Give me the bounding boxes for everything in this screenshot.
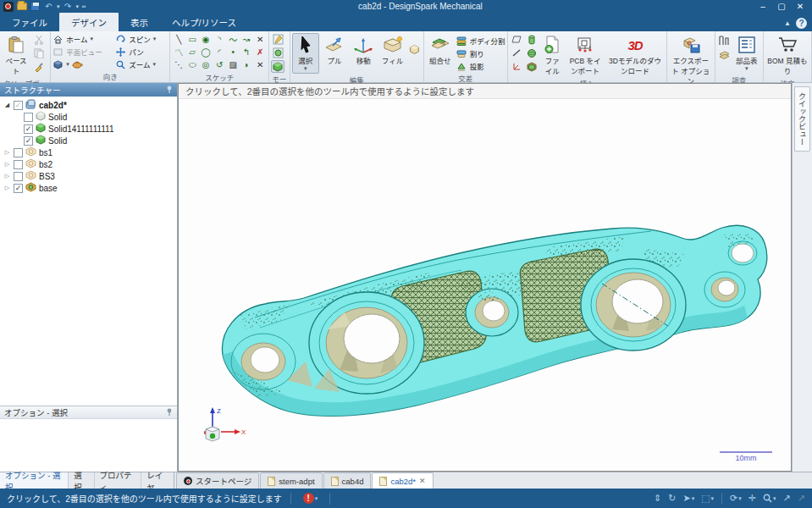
quick-view-tab[interactable]: クイックビュー: [794, 86, 810, 152]
previous-view-icon[interactable]: ↗: [798, 493, 805, 504]
sketch-construction-icon[interactable]: ⋱: [172, 58, 185, 71]
box-select-tool-icon[interactable]: ⬚▾: [701, 493, 714, 504]
checkbox[interactable]: [14, 172, 23, 181]
pin-icon[interactable]: [166, 86, 173, 95]
app-icon[interactable]: [3, 2, 14, 12]
expander-icon[interactable]: ▷: [3, 173, 11, 179]
insert-axis-icon[interactable]: [510, 47, 523, 59]
insert-shell-icon[interactable]: [525, 60, 539, 73]
checkbox[interactable]: [24, 113, 33, 122]
format-painter-icon[interactable]: [32, 60, 46, 73]
insert-plane-icon[interactable]: [510, 33, 523, 46]
tab-file[interactable]: ファイル: [0, 13, 59, 31]
pan-button[interactable]: パン: [115, 46, 168, 58]
insert-origin-icon[interactable]: [510, 60, 523, 73]
tree-item-base[interactable]: ▷ ✓ base: [3, 182, 177, 194]
zoom-extents-icon[interactable]: ↗: [783, 493, 791, 504]
model-canvas[interactable]: クリックして、2番目の選択を他のツール内で使用するように設定します: [178, 83, 792, 472]
redo-icon[interactable]: ↷: [63, 2, 74, 12]
undo-icon[interactable]: ↶: [43, 2, 54, 12]
pcb-import-button[interactable]: PCB をインポート: [566, 33, 604, 77]
sketch-arc2-icon[interactable]: ◜: [213, 46, 226, 58]
minimize-button[interactable]: –: [754, 1, 771, 12]
sketch-circle-icon[interactable]: ◉: [199, 33, 213, 46]
sketch-point-icon[interactable]: •: [226, 46, 240, 58]
tree-item-bs1[interactable]: ▷ bs1: [3, 146, 177, 158]
sketch-tangent-arc-icon[interactable]: ↝: [240, 33, 253, 46]
checkbox[interactable]: ✓: [24, 124, 33, 134]
close-button[interactable]: ✕: [792, 1, 809, 12]
zoom-tool-icon[interactable]: ▾: [763, 494, 776, 503]
checkbox[interactable]: ✓: [14, 184, 23, 193]
sketch-delete-icon[interactable]: ✕: [253, 58, 267, 71]
tree-item-solid14111111111[interactable]: ✓ Solid14111111111: [3, 123, 177, 135]
sketch-rectangle-icon[interactable]: ▭: [185, 33, 199, 46]
solid-mode-icon[interactable]: [271, 60, 284, 73]
split-button[interactable]: 割り: [456, 47, 505, 59]
expander-icon[interactable]: ◢: [3, 102, 11, 108]
sketch-ring-icon[interactable]: ◎: [199, 58, 213, 71]
spin-tool-icon[interactable]: ⟳▾: [730, 493, 742, 504]
sketch-fillet-icon[interactable]: ↰: [240, 46, 253, 58]
render-style-icon[interactable]: [72, 59, 83, 69]
download-3d-button[interactable]: 3D 3Dモデルのダウンロード: [605, 33, 665, 77]
panel-tab-properties[interactable]: プロパティ: [95, 472, 142, 489]
pull-button[interactable]: プル: [321, 33, 348, 67]
panel-tab-layers[interactable]: レイヤ: [141, 472, 174, 489]
sketch-ellipse-icon[interactable]: ⬭: [185, 58, 199, 71]
tree-item-bs2[interactable]: ▷ bs2: [3, 158, 177, 170]
combine-button[interactable]: 組合せ: [426, 33, 455, 67]
move-button[interactable]: 移動: [350, 33, 377, 67]
tree-item-solid1[interactable]: Solid: [3, 111, 177, 123]
save-icon[interactable]: [30, 2, 41, 12]
panel-tab-options-select[interactable]: オプション - 選択: [0, 472, 69, 489]
sketch-polyline-icon[interactable]: 〽: [172, 46, 185, 58]
bom-quote-button[interactable]: BOM 見積もり: [765, 33, 809, 77]
home-view-button[interactable]: ホーム▾: [52, 33, 113, 45]
updown-spinner-icon[interactable]: ⇕: [654, 493, 661, 504]
sketch-circle2-icon[interactable]: ◯: [199, 46, 213, 58]
view-mode-button[interactable]: ▾: [52, 58, 113, 70]
tree-item-root[interactable]: ◢ ✓ cab2d*: [3, 99, 177, 111]
paste-button[interactable]: ペースト: [2, 33, 30, 77]
open-file-icon[interactable]: [16, 2, 27, 12]
doc-tab-stem-adpt[interactable]: stem-adpt: [260, 472, 322, 489]
checkbox[interactable]: [14, 160, 23, 169]
mass-properties-icon[interactable]: [717, 48, 731, 61]
ribbon-collapse-icon[interactable]: ▲: [784, 19, 791, 27]
doc-tab-cab4d[interactable]: cab4d: [323, 472, 372, 489]
doc-tab-cab2d[interactable]: cab2d* ✕: [372, 472, 433, 489]
fill-button[interactable]: フィル: [378, 33, 406, 67]
sketch-spline-icon[interactable]: 〜: [226, 33, 240, 46]
maximize-button[interactable]: ▢: [773, 1, 790, 12]
pin-icon[interactable]: [166, 408, 173, 417]
bom-table-button[interactable]: 部品表 ▾: [732, 33, 761, 74]
checkbox[interactable]: ✓: [24, 136, 33, 146]
tree-item-bs3[interactable]: ▷ BS3: [3, 170, 177, 182]
checkbox[interactable]: ✓: [14, 101, 23, 110]
redo-dropdown-icon[interactable]: ▾: [76, 3, 80, 10]
tree-item-solid2[interactable]: ✓ Solid: [3, 135, 177, 146]
undo-dropdown-icon[interactable]: ▾: [57, 3, 60, 10]
sketch-line-icon[interactable]: ╲: [172, 33, 185, 46]
error-indicator[interactable]: !▾: [303, 493, 318, 504]
sketch-sweep-arc-icon[interactable]: ↺: [213, 58, 226, 71]
split-body-button[interactable]: ボディ分割: [456, 35, 505, 47]
tab-help-resources[interactable]: ヘルプ/リソース: [160, 13, 248, 31]
section-mode-icon[interactable]: [271, 47, 284, 59]
tab-display[interactable]: 表示: [119, 13, 160, 31]
plan-view-button[interactable]: 平面ビュー: [52, 46, 113, 58]
select-button[interactable]: 選択 ▾: [292, 33, 319, 74]
insert-cylinder-icon[interactable]: [525, 33, 539, 46]
measure-icon[interactable]: [717, 35, 731, 47]
orbit-cursor-icon[interactable]: ↻: [668, 493, 676, 504]
replace-icon[interactable]: [408, 43, 422, 56]
copy-icon[interactable]: [32, 47, 46, 59]
sketch-chamfer-icon[interactable]: ◗: [240, 58, 253, 71]
expander-icon[interactable]: ▷: [3, 161, 11, 168]
zoom-button[interactable]: ズーム▾: [115, 58, 168, 70]
sketch-arc-icon[interactable]: ◝: [213, 33, 226, 46]
sketch-hatch-icon[interactable]: ▨: [226, 58, 240, 71]
model-cab2d[interactable]: [179, 99, 791, 469]
sketch-split-icon[interactable]: ✗: [253, 46, 267, 58]
